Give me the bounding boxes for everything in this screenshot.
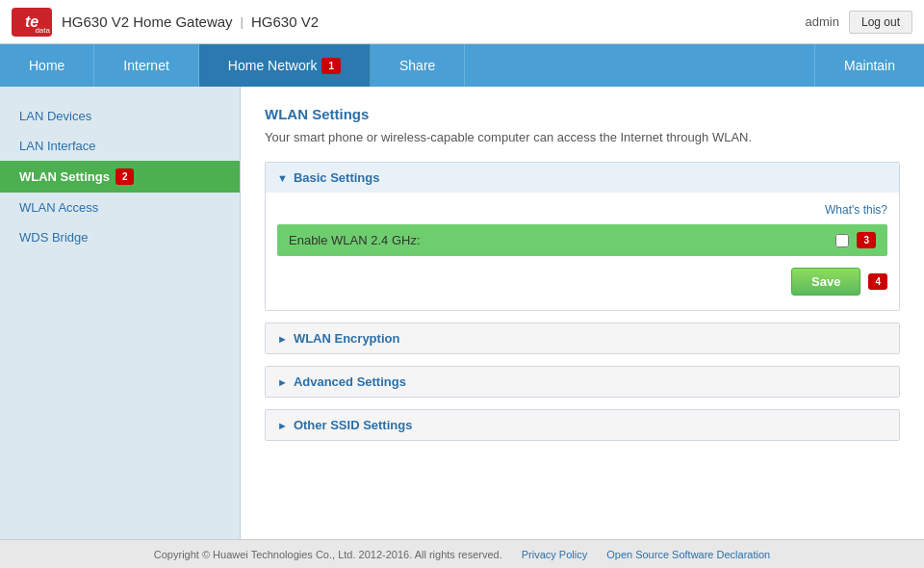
enable-wlan-badge-3: 3	[857, 232, 876, 248]
nav-home-label: Home	[29, 58, 64, 73]
basic-settings-arrow: ▼	[277, 172, 288, 184]
wlan-encryption-header[interactable]: ► WLAN Encryption	[266, 323, 899, 353]
footer: Copyright © Huawei Technologies Co., Ltd…	[0, 539, 924, 568]
sidebar-lan-devices-label: LAN Devices	[19, 109, 91, 123]
basic-settings-section: ▼ Basic Settings What's this? Enable WLA…	[265, 162, 900, 311]
sidebar-item-wlan-access[interactable]: WLAN Access	[0, 193, 240, 222]
other-ssid-title: Other SSID Settings	[294, 418, 413, 432]
sidebar: LAN Devices LAN Interface WLAN Settings …	[0, 87, 241, 539]
nav-maintain-label: Maintain	[844, 58, 895, 73]
sidebar-lan-interface-label: LAN Interface	[19, 139, 96, 153]
header: te data HG630 V2 Home Gateway | HG630 V2…	[0, 0, 924, 44]
sidebar-wlan-access-label: WLAN Access	[19, 200, 98, 215]
nav-badge-1: 1	[321, 58, 341, 74]
sidebar-badge-2: 2	[116, 168, 135, 185]
content-area: WLAN Settings Your smart phone or wirele…	[241, 87, 924, 539]
page-title: WLAN Settings	[265, 106, 900, 122]
wlan-encryption-arrow: ►	[277, 333, 288, 345]
whats-this-row: What's this?	[277, 202, 887, 217]
header-right: admin Log out	[806, 11, 912, 34]
sidebar-item-wds-bridge[interactable]: WDS Bridge	[0, 222, 240, 252]
advanced-settings-title: Advanced Settings	[294, 374, 406, 389]
footer-copyright: Copyright © Huawei Technologies Co., Ltd…	[154, 549, 502, 560]
nav-bar: Home Internet Home Network 1 Share Maint…	[0, 44, 924, 87]
advanced-settings-section: ► Advanced Settings	[265, 366, 900, 398]
save-badge-4: 4	[868, 273, 887, 290]
footer-open-source[interactable]: Open Source Software Declaration	[606, 549, 770, 560]
advanced-settings-arrow: ►	[277, 376, 288, 388]
sidebar-item-lan-devices[interactable]: LAN Devices	[0, 101, 240, 131]
logo-icon: te data	[12, 8, 52, 37]
page-desc: Your smart phone or wireless-capable com…	[265, 130, 900, 144]
other-ssid-header[interactable]: ► Other SSID Settings	[266, 410, 899, 440]
basic-settings-body: What's this? Enable WLAN 2.4 GHz: 3 Save…	[266, 193, 899, 310]
footer-privacy-policy[interactable]: Privacy Policy	[522, 549, 587, 560]
save-button[interactable]: Save	[791, 268, 860, 296]
wlan-encryption-section: ► WLAN Encryption	[265, 323, 900, 354]
header-separator: |	[241, 14, 244, 29]
other-ssid-arrow: ►	[277, 420, 288, 431]
sidebar-item-lan-interface[interactable]: LAN Interface	[0, 131, 240, 161]
logout-button[interactable]: Log out	[849, 11, 912, 34]
enable-wlan-row: Enable WLAN 2.4 GHz: 3	[277, 224, 887, 256]
basic-settings-header[interactable]: ▼ Basic Settings	[266, 163, 899, 193]
sidebar-item-wlan-settings[interactable]: WLAN Settings 2	[0, 161, 240, 193]
enable-wlan-checkbox[interactable]	[835, 234, 849, 247]
nav-internet-label: Internet	[123, 58, 168, 73]
wlan-encryption-title: WLAN Encryption	[294, 331, 400, 346]
nav-share-label: Share	[399, 58, 435, 73]
advanced-settings-header[interactable]: ► Advanced Settings	[266, 367, 899, 397]
logo: te data	[12, 8, 52, 37]
basic-settings-title: Basic Settings	[294, 170, 380, 185]
nav-item-maintain[interactable]: Maintain	[814, 44, 924, 87]
nav-home-network-label: Home Network	[228, 58, 318, 73]
admin-label: admin	[806, 14, 839, 29]
enable-wlan-label: Enable WLAN 2.4 GHz:	[289, 233, 835, 247]
nav-item-home-network[interactable]: Home Network 1	[199, 44, 371, 87]
body: LAN Devices LAN Interface WLAN Settings …	[0, 87, 924, 539]
nav-item-home[interactable]: Home	[0, 44, 94, 87]
nav-item-share[interactable]: Share	[371, 44, 465, 87]
sidebar-wlan-settings-label: WLAN Settings	[19, 169, 110, 184]
header-model: HG630 V2	[251, 13, 319, 30]
other-ssid-section: ► Other SSID Settings	[265, 409, 900, 441]
header-title: HG630 V2 Home Gateway	[62, 13, 233, 30]
save-row: Save 4	[277, 268, 887, 296]
sidebar-wds-bridge-label: WDS Bridge	[19, 230, 89, 245]
nav-spacer	[465, 44, 814, 87]
nav-item-internet[interactable]: Internet	[94, 44, 198, 87]
logo-data: data	[35, 26, 50, 35]
whats-this-link[interactable]: What's this?	[825, 203, 887, 217]
